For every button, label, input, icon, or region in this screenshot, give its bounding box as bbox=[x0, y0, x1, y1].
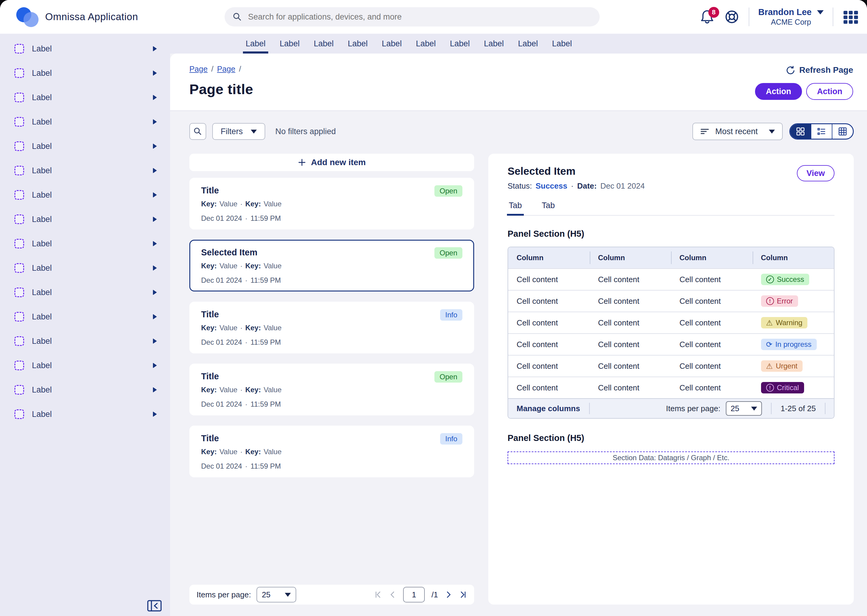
sidebar-item[interactable]: Label bbox=[14, 89, 157, 106]
nav-tab[interactable]: Label bbox=[518, 34, 538, 53]
divider bbox=[749, 8, 749, 26]
app-title: Omnissa Application bbox=[45, 11, 138, 22]
sidebar-item[interactable]: Label bbox=[14, 259, 157, 277]
last-page-button[interactable] bbox=[459, 591, 467, 599]
item-datetime: Dec 01 2024 · 11:59 PM bbox=[201, 214, 462, 223]
placeholder-icon bbox=[14, 288, 24, 297]
help-button[interactable] bbox=[724, 9, 740, 25]
status-value-link[interactable]: Success bbox=[536, 181, 567, 191]
sidebar-collapse-button[interactable] bbox=[147, 600, 162, 612]
global-search[interactable] bbox=[225, 7, 600, 27]
filters-dropdown[interactable]: Filters bbox=[212, 123, 265, 140]
breadcrumb-separator: / bbox=[239, 64, 241, 74]
table-row[interactable]: Cell content Cell content Cell content ✓… bbox=[508, 268, 834, 290]
list-item[interactable]: Title Open Key: Value · Key: bbox=[189, 364, 474, 415]
page-title: Page title bbox=[189, 81, 854, 97]
notifications-button[interactable]: 8 bbox=[700, 9, 715, 25]
sidebar-item[interactable]: Label bbox=[14, 64, 157, 82]
table-cell: Cell content bbox=[671, 318, 753, 328]
placeholder-icon bbox=[14, 312, 24, 322]
sidebar-item[interactable]: Label bbox=[14, 284, 157, 301]
dot-separator: · bbox=[240, 386, 243, 394]
view-button[interactable]: View bbox=[797, 165, 834, 181]
table-view-button[interactable] bbox=[832, 124, 853, 139]
detail-tab[interactable]: Tab bbox=[508, 201, 523, 215]
app-launcher-button[interactable] bbox=[842, 8, 859, 25]
status-badge: ✓ Success bbox=[761, 274, 810, 285]
nav-tab[interactable]: Label bbox=[246, 34, 265, 53]
sidebar-item[interactable]: Label bbox=[14, 138, 157, 155]
item-date: Dec 01 2024 bbox=[201, 214, 242, 223]
items-per-page-select[interactable]: 25 bbox=[726, 401, 762, 416]
nav-tab[interactable]: Label bbox=[382, 34, 402, 53]
card-view-button[interactable] bbox=[790, 124, 811, 139]
sidebar-item[interactable]: Label bbox=[14, 381, 157, 398]
sidebar-item-label: Label bbox=[32, 141, 52, 151]
key-value: Value bbox=[264, 324, 282, 332]
chevron-right-icon bbox=[153, 168, 157, 173]
table-row[interactable]: Cell content Cell content Cell content !… bbox=[508, 290, 834, 312]
nav-tab[interactable]: Label bbox=[348, 34, 367, 53]
item-date: Dec 01 2024 bbox=[201, 276, 242, 284]
sort-dropdown[interactable]: Most recent bbox=[692, 123, 783, 140]
list-view-button[interactable] bbox=[811, 124, 832, 139]
item-title: Selected Item bbox=[201, 247, 257, 258]
sidebar-item[interactable]: Label bbox=[14, 333, 157, 349]
add-new-item-button[interactable]: Add new item bbox=[189, 154, 474, 171]
nav-tab[interactable]: Label bbox=[484, 34, 504, 53]
primary-action-button[interactable]: Action bbox=[755, 83, 802, 100]
refresh-page-button[interactable]: Refresh Page bbox=[785, 65, 853, 75]
list-item[interactable]: Title Open Key: Value · Key: bbox=[189, 178, 474, 229]
sidebar-item-label: Label bbox=[32, 215, 52, 224]
table-row[interactable]: Cell content Cell content Cell content ⟳… bbox=[508, 333, 834, 355]
sidebar-item[interactable]: Label bbox=[14, 40, 157, 57]
user-menu[interactable]: Brandon Lee ACME Corp bbox=[758, 7, 824, 27]
status-badge-icon: ⚠︎ bbox=[766, 319, 773, 327]
nav-tab[interactable]: Label bbox=[552, 34, 572, 53]
breadcrumb-link[interactable]: Page bbox=[189, 64, 208, 74]
sidebar-item[interactable]: Label bbox=[14, 211, 157, 228]
secondary-action-button[interactable]: Action bbox=[806, 83, 853, 100]
sidebar-item-label: Label bbox=[32, 336, 52, 346]
sidebar-item[interactable]: Label bbox=[14, 162, 157, 179]
list-search-button[interactable] bbox=[189, 123, 206, 140]
dot-separator: · bbox=[240, 200, 243, 208]
item-title: Title bbox=[201, 371, 219, 381]
search-input[interactable] bbox=[247, 12, 592, 22]
table-row[interactable]: Cell content Cell content Cell content ⚠… bbox=[508, 312, 834, 333]
items-per-page-select[interactable]: 25 bbox=[257, 587, 296, 602]
status-badge: Open bbox=[434, 371, 462, 383]
list-item[interactable]: Title Info Key: Value · Key: bbox=[189, 302, 474, 354]
sidebar-item[interactable]: Label bbox=[14, 308, 157, 325]
chevron-down-icon bbox=[751, 407, 757, 410]
table-row[interactable]: Cell content Cell content Cell content ⚠… bbox=[508, 355, 834, 377]
item-keyvalues: Key: Value · Key: Value bbox=[201, 262, 462, 270]
sidebar-item[interactable]: Label bbox=[14, 406, 157, 423]
nav-tabbar: Label Label Label Label Labe bbox=[170, 34, 867, 53]
detail-tab[interactable]: Tab bbox=[541, 201, 556, 215]
table-row[interactable]: Cell content Cell content Cell content !… bbox=[508, 377, 834, 398]
nav-tab[interactable]: Label bbox=[280, 34, 300, 53]
first-page-button[interactable] bbox=[374, 591, 382, 599]
notification-badge: 8 bbox=[708, 7, 719, 18]
items-per-page-value: 25 bbox=[731, 404, 739, 413]
sidebar-item[interactable]: Label bbox=[14, 357, 157, 374]
list-item[interactable]: Selected Item Open Key: Value · Key: bbox=[189, 240, 474, 291]
nav-tab[interactable]: Label bbox=[314, 34, 334, 53]
nav-tab[interactable]: Label bbox=[450, 34, 470, 53]
item-datetime: Dec 01 2024 · 11:59 PM bbox=[201, 400, 462, 409]
breadcrumb-link[interactable]: Page bbox=[217, 64, 235, 74]
sidebar-item[interactable]: Label bbox=[14, 235, 157, 252]
chevron-right-icon bbox=[153, 192, 157, 198]
next-page-button[interactable] bbox=[445, 591, 452, 599]
chevron-right-icon bbox=[153, 387, 157, 393]
manage-columns-button[interactable]: Manage columns bbox=[517, 404, 580, 413]
previous-page-button[interactable] bbox=[389, 591, 396, 599]
sidebar-item[interactable]: Label bbox=[14, 113, 157, 130]
nav-tab[interactable]: Label bbox=[416, 34, 436, 53]
chevron-right-icon bbox=[153, 119, 157, 124]
page-number-input[interactable] bbox=[403, 587, 425, 602]
list-item[interactable]: Title Info Key: Value · Key: bbox=[189, 426, 474, 477]
sidebar-item[interactable]: Label bbox=[14, 187, 157, 203]
sidebar-item-label: Label bbox=[32, 166, 52, 175]
